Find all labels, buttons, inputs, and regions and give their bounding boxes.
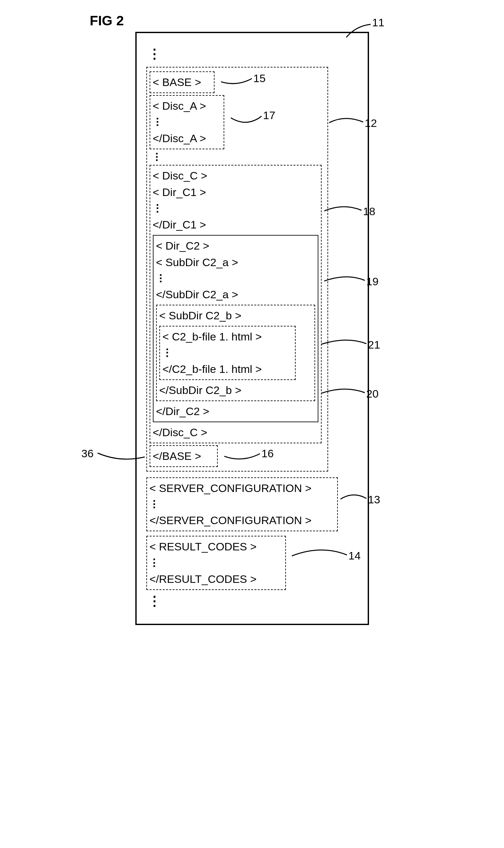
- ellipsis-icon: ···: [153, 558, 283, 567]
- ellipsis-icon: ···: [156, 152, 325, 162]
- server-close: </SERVER_CONFIGURATION >: [150, 512, 335, 529]
- result-open: < RESULT_CODES >: [150, 538, 283, 555]
- callout-16: 16: [224, 450, 273, 465]
- ellipsis-icon: ···: [156, 203, 318, 213]
- disc-a-box: < Disc_A > ··· </Disc_A >: [150, 95, 224, 149]
- callout-14: 14: [292, 548, 360, 566]
- dir-c2-open: < Dir_C2 >: [156, 238, 315, 254]
- callout-36: 36: [85, 450, 146, 465]
- subdir-c2a-close: </SubDir C2_a >: [156, 286, 315, 303]
- subdir-c2b-close: </SubDir C2_b >: [159, 382, 312, 398]
- dir-c2-close: </Dir_C2 >: [156, 403, 315, 420]
- file-box: < C2_b-file 1. html > ··· </C2_b-file 1.…: [159, 326, 296, 380]
- server-config-box: < SERVER_CONFIGURATION > ··· </SERVER_CO…: [146, 477, 338, 531]
- callout-13: 13: [340, 493, 376, 508]
- file-open: < C2_b-file 1. html >: [163, 328, 292, 345]
- dir-c1-open: < Dir_C1 >: [153, 184, 318, 201]
- disc-c-box: < Disc_C > < Dir_C1 > ··· </Dir_C1 > 18 …: [150, 165, 322, 443]
- disc-a-close: </Disc_A >: [153, 130, 221, 147]
- subdir-c2b-open: < SubDir C2_b >: [159, 307, 312, 324]
- diagram-canvas: FIG 2 11 ··· < BASE > 15 < Disc_A >: [90, 13, 414, 625]
- file-close: </C2_b-file 1. html >: [163, 361, 292, 377]
- base-open-text: < BASE >: [153, 76, 201, 88]
- subdir-c2b-box: < SubDir C2_b > < C2_b-file 1. html > ··…: [156, 305, 315, 401]
- dir-c2-box: < Dir_C2 > < SubDir C2_a > ··· </SubDir …: [153, 235, 318, 422]
- callout-17: 17: [231, 113, 276, 132]
- base-open-box: < BASE >: [150, 71, 215, 93]
- result-close: </RESULT_CODES >: [150, 571, 283, 588]
- ellipsis-icon: ···: [166, 347, 292, 358]
- base-close-text: </BASE >: [153, 450, 201, 462]
- ellipsis-icon: ···: [153, 595, 358, 608]
- ellipsis-icon: ···: [156, 117, 221, 127]
- callout-15: 15: [221, 75, 267, 91]
- server-open: < SERVER_CONFIGURATION >: [150, 480, 335, 497]
- base-close-box: </BASE >: [150, 445, 218, 467]
- subdir-c2a-open: < SubDir C2_a >: [156, 254, 315, 271]
- disc-c-close: </Disc_C >: [153, 424, 318, 441]
- disc-a-open: < Disc_A >: [153, 98, 221, 114]
- callout-21: 21: [321, 338, 379, 354]
- result-codes-box: < RESULT_CODES > ··· </RESULT_CODES > 14: [146, 536, 286, 590]
- callout-19: 19: [324, 274, 376, 290]
- ellipsis-icon: ···: [153, 499, 335, 509]
- dir-c1-close: </Dir_C1 >: [153, 216, 318, 233]
- callout-18: 18: [324, 204, 373, 220]
- callout-12: 12: [329, 116, 375, 132]
- callout-20: 20: [321, 387, 378, 402]
- outer-frame: ··· < BASE > 15 < Disc_A > ··· </Disc_A …: [135, 32, 369, 625]
- ellipsis-icon: ···: [153, 48, 358, 61]
- base-block: < BASE > 15 < Disc_A > ··· </Disc_A > 17: [146, 67, 328, 471]
- ellipsis-icon: ···: [159, 273, 315, 283]
- disc-c-open: < Disc_C >: [153, 167, 318, 184]
